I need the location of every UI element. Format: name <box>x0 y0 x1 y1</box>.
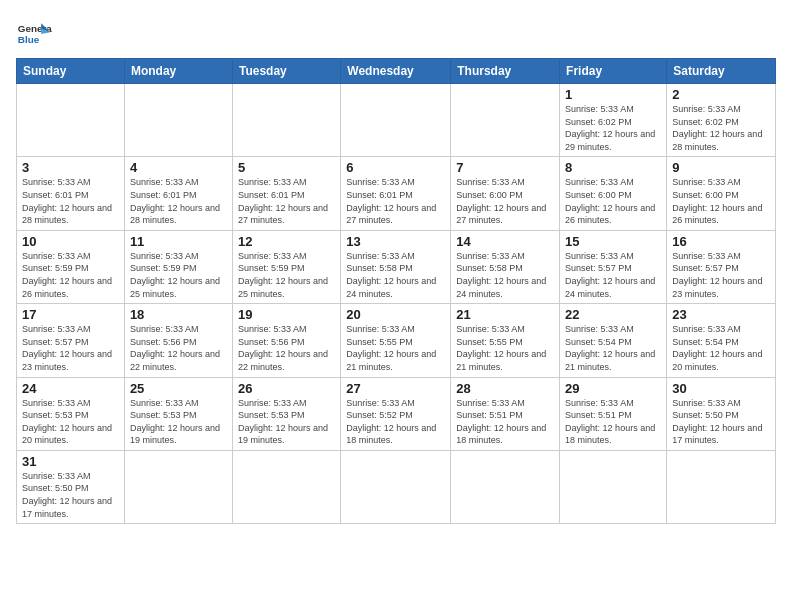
calendar-cell: 7Sunrise: 5:33 AM Sunset: 6:00 PM Daylig… <box>451 157 560 230</box>
calendar-cell: 2Sunrise: 5:33 AM Sunset: 6:02 PM Daylig… <box>667 84 776 157</box>
day-number: 29 <box>565 381 661 396</box>
generalblue-logo-icon: General Blue <box>16 16 52 52</box>
calendar-cell: 27Sunrise: 5:33 AM Sunset: 5:52 PM Dayli… <box>341 377 451 450</box>
day-number: 18 <box>130 307 227 322</box>
calendar-cell: 28Sunrise: 5:33 AM Sunset: 5:51 PM Dayli… <box>451 377 560 450</box>
day-info: Sunrise: 5:33 AM Sunset: 6:01 PM Dayligh… <box>130 176 227 226</box>
day-info: Sunrise: 5:33 AM Sunset: 5:50 PM Dayligh… <box>22 470 119 520</box>
calendar-cell: 29Sunrise: 5:33 AM Sunset: 5:51 PM Dayli… <box>560 377 667 450</box>
day-info: Sunrise: 5:33 AM Sunset: 5:53 PM Dayligh… <box>130 397 227 447</box>
calendar-cell: 3Sunrise: 5:33 AM Sunset: 6:01 PM Daylig… <box>17 157 125 230</box>
day-number: 23 <box>672 307 770 322</box>
day-info: Sunrise: 5:33 AM Sunset: 6:02 PM Dayligh… <box>565 103 661 153</box>
day-number: 15 <box>565 234 661 249</box>
day-number: 28 <box>456 381 554 396</box>
day-info: Sunrise: 5:33 AM Sunset: 5:51 PM Dayligh… <box>565 397 661 447</box>
calendar-cell: 6Sunrise: 5:33 AM Sunset: 6:01 PM Daylig… <box>341 157 451 230</box>
day-number: 16 <box>672 234 770 249</box>
day-info: Sunrise: 5:33 AM Sunset: 5:58 PM Dayligh… <box>456 250 554 300</box>
day-info: Sunrise: 5:33 AM Sunset: 5:54 PM Dayligh… <box>672 323 770 373</box>
day-number: 1 <box>565 87 661 102</box>
calendar-cell <box>341 84 451 157</box>
day-info: Sunrise: 5:33 AM Sunset: 6:01 PM Dayligh… <box>238 176 335 226</box>
day-info: Sunrise: 5:33 AM Sunset: 5:59 PM Dayligh… <box>22 250 119 300</box>
calendar-cell: 8Sunrise: 5:33 AM Sunset: 6:00 PM Daylig… <box>560 157 667 230</box>
day-number: 21 <box>456 307 554 322</box>
day-number: 3 <box>22 160 119 175</box>
calendar-cell: 13Sunrise: 5:33 AM Sunset: 5:58 PM Dayli… <box>341 230 451 303</box>
day-number: 10 <box>22 234 119 249</box>
day-number: 5 <box>238 160 335 175</box>
calendar-header-row: SundayMondayTuesdayWednesdayThursdayFrid… <box>17 59 776 84</box>
day-number: 30 <box>672 381 770 396</box>
calendar-cell: 10Sunrise: 5:33 AM Sunset: 5:59 PM Dayli… <box>17 230 125 303</box>
calendar-cell: 30Sunrise: 5:33 AM Sunset: 5:50 PM Dayli… <box>667 377 776 450</box>
calendar-cell: 9Sunrise: 5:33 AM Sunset: 6:00 PM Daylig… <box>667 157 776 230</box>
calendar-header-sunday: Sunday <box>17 59 125 84</box>
calendar-week-row: 17Sunrise: 5:33 AM Sunset: 5:57 PM Dayli… <box>17 304 776 377</box>
day-number: 20 <box>346 307 445 322</box>
day-info: Sunrise: 5:33 AM Sunset: 5:55 PM Dayligh… <box>456 323 554 373</box>
calendar-cell <box>341 450 451 523</box>
day-number: 31 <box>22 454 119 469</box>
day-info: Sunrise: 5:33 AM Sunset: 5:57 PM Dayligh… <box>22 323 119 373</box>
day-number: 4 <box>130 160 227 175</box>
day-number: 7 <box>456 160 554 175</box>
day-info: Sunrise: 5:33 AM Sunset: 6:01 PM Dayligh… <box>22 176 119 226</box>
day-info: Sunrise: 5:33 AM Sunset: 5:55 PM Dayligh… <box>346 323 445 373</box>
svg-text:Blue: Blue <box>18 34 40 45</box>
day-info: Sunrise: 5:33 AM Sunset: 5:52 PM Dayligh… <box>346 397 445 447</box>
day-number: 24 <box>22 381 119 396</box>
calendar-cell: 24Sunrise: 5:33 AM Sunset: 5:53 PM Dayli… <box>17 377 125 450</box>
calendar-cell: 18Sunrise: 5:33 AM Sunset: 5:56 PM Dayli… <box>124 304 232 377</box>
day-number: 13 <box>346 234 445 249</box>
calendar-cell <box>451 450 560 523</box>
calendar-header-saturday: Saturday <box>667 59 776 84</box>
day-number: 26 <box>238 381 335 396</box>
calendar-cell: 22Sunrise: 5:33 AM Sunset: 5:54 PM Dayli… <box>560 304 667 377</box>
calendar-header-monday: Monday <box>124 59 232 84</box>
day-info: Sunrise: 5:33 AM Sunset: 5:54 PM Dayligh… <box>565 323 661 373</box>
day-number: 14 <box>456 234 554 249</box>
day-info: Sunrise: 5:33 AM Sunset: 6:02 PM Dayligh… <box>672 103 770 153</box>
day-number: 12 <box>238 234 335 249</box>
day-number: 22 <box>565 307 661 322</box>
calendar-week-row: 24Sunrise: 5:33 AM Sunset: 5:53 PM Dayli… <box>17 377 776 450</box>
calendar-week-row: 3Sunrise: 5:33 AM Sunset: 6:01 PM Daylig… <box>17 157 776 230</box>
day-number: 25 <box>130 381 227 396</box>
calendar-cell <box>232 84 340 157</box>
day-info: Sunrise: 5:33 AM Sunset: 6:00 PM Dayligh… <box>565 176 661 226</box>
day-number: 27 <box>346 381 445 396</box>
calendar-cell <box>232 450 340 523</box>
calendar-cell <box>124 450 232 523</box>
day-info: Sunrise: 5:33 AM Sunset: 6:00 PM Dayligh… <box>456 176 554 226</box>
calendar-cell: 19Sunrise: 5:33 AM Sunset: 5:56 PM Dayli… <box>232 304 340 377</box>
calendar-week-row: 1Sunrise: 5:33 AM Sunset: 6:02 PM Daylig… <box>17 84 776 157</box>
calendar-header-wednesday: Wednesday <box>341 59 451 84</box>
calendar-cell: 26Sunrise: 5:33 AM Sunset: 5:53 PM Dayli… <box>232 377 340 450</box>
day-info: Sunrise: 5:33 AM Sunset: 5:58 PM Dayligh… <box>346 250 445 300</box>
day-info: Sunrise: 5:33 AM Sunset: 6:01 PM Dayligh… <box>346 176 445 226</box>
calendar-header-tuesday: Tuesday <box>232 59 340 84</box>
calendar-cell: 11Sunrise: 5:33 AM Sunset: 5:59 PM Dayli… <box>124 230 232 303</box>
day-info: Sunrise: 5:33 AM Sunset: 5:53 PM Dayligh… <box>22 397 119 447</box>
day-number: 9 <box>672 160 770 175</box>
calendar-cell <box>667 450 776 523</box>
day-info: Sunrise: 5:33 AM Sunset: 5:56 PM Dayligh… <box>238 323 335 373</box>
day-number: 6 <box>346 160 445 175</box>
day-number: 2 <box>672 87 770 102</box>
calendar-week-row: 10Sunrise: 5:33 AM Sunset: 5:59 PM Dayli… <box>17 230 776 303</box>
day-number: 11 <box>130 234 227 249</box>
logo: General Blue <box>16 16 52 52</box>
calendar-cell: 12Sunrise: 5:33 AM Sunset: 5:59 PM Dayli… <box>232 230 340 303</box>
calendar-cell: 23Sunrise: 5:33 AM Sunset: 5:54 PM Dayli… <box>667 304 776 377</box>
day-info: Sunrise: 5:33 AM Sunset: 5:50 PM Dayligh… <box>672 397 770 447</box>
calendar-cell <box>124 84 232 157</box>
day-info: Sunrise: 5:33 AM Sunset: 5:53 PM Dayligh… <box>238 397 335 447</box>
calendar-cell: 20Sunrise: 5:33 AM Sunset: 5:55 PM Dayli… <box>341 304 451 377</box>
calendar-cell <box>560 450 667 523</box>
day-info: Sunrise: 5:33 AM Sunset: 5:51 PM Dayligh… <box>456 397 554 447</box>
calendar-cell: 4Sunrise: 5:33 AM Sunset: 6:01 PM Daylig… <box>124 157 232 230</box>
calendar-cell: 31Sunrise: 5:33 AM Sunset: 5:50 PM Dayli… <box>17 450 125 523</box>
calendar-cell: 21Sunrise: 5:33 AM Sunset: 5:55 PM Dayli… <box>451 304 560 377</box>
